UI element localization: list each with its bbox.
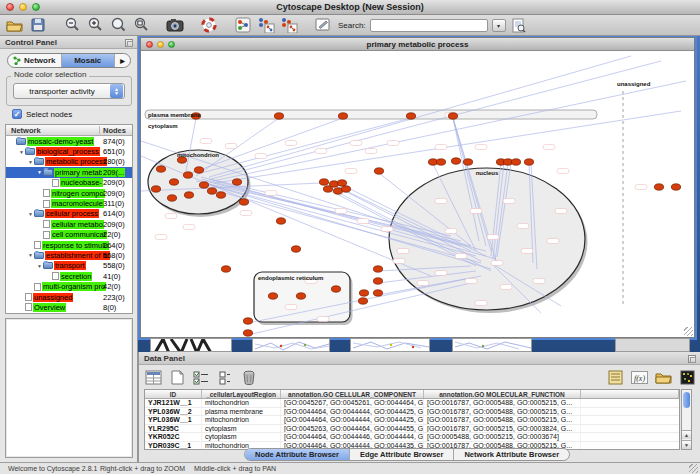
- attribute-grid-icon[interactable]: [143, 368, 163, 387]
- scrollbar-thumb[interactable]: [683, 392, 690, 408]
- table-cell[interactable]: [GO:0044464, GO:0044444, GO:0044425, G..…: [281, 416, 424, 424]
- background-window-partial[interactable]: [615, 338, 690, 352]
- expand-arrow-icon[interactable]: ▼: [27, 252, 34, 258]
- network-node[interactable]: [406, 113, 415, 119]
- zoom-view-button[interactable]: [168, 41, 175, 48]
- tree-row-label[interactable]: cellular metabo: [51, 220, 104, 229]
- column-divider[interactable]: [99, 126, 100, 134]
- function-builder-icon[interactable]: f(x): [629, 368, 649, 387]
- network-node[interactable]: [358, 298, 367, 304]
- table-cell[interactable]: [GO:0016787, GO:0005215, GO:0003824, G..…: [424, 425, 581, 433]
- tree-row[interactable]: Overview8(0): [6, 302, 132, 312]
- birds-eye-overview-panel[interactable]: [5, 318, 133, 458]
- zoom-window-button[interactable]: [32, 3, 40, 11]
- zoom-fit-icon[interactable]: [131, 17, 150, 34]
- network-node[interactable]: [276, 218, 285, 224]
- search-input[interactable]: [370, 19, 488, 32]
- network-node[interactable]: [323, 186, 332, 192]
- table-cell[interactable]: YDR039C__1: [145, 442, 202, 450]
- window-resize-grip[interactable]: [684, 327, 693, 336]
- table-cell[interactable]: mitochondrion: [202, 399, 281, 407]
- table-row[interactable]: YPL036W__1mitochondrion[GO:0044464, GO:0…: [145, 416, 679, 425]
- background-window-partial[interactable]: [252, 338, 330, 352]
- network-node[interactable]: [184, 192, 193, 198]
- tree-row[interactable]: macromolecule311(0): [6, 198, 132, 208]
- table-cell[interactable]: [GO:0044464, GO:0044444, GO:0044425, G..…: [281, 408, 424, 416]
- close-view-button[interactable]: [146, 41, 153, 48]
- more-tabs-arrow[interactable]: ▶: [115, 54, 130, 67]
- zoom-selected-icon[interactable]: [108, 17, 127, 34]
- tab-mosaic[interactable]: Mosaic: [62, 54, 116, 67]
- background-window-partial[interactable]: [150, 338, 232, 352]
- search-options-dropdown[interactable]: ▾: [492, 19, 506, 32]
- network-node[interactable]: [169, 179, 178, 185]
- column-header[interactable]: _cellularLayoutRegion: [202, 390, 281, 398]
- tree-row[interactable]: ▼metabolic process280(0): [6, 157, 132, 167]
- new-network-from-selected-nodes-icon[interactable]: [256, 17, 275, 34]
- network-node[interactable]: [451, 158, 460, 164]
- tree-row[interactable]: ▼primary metabo209(...: [6, 167, 132, 177]
- tree-column-nodes[interactable]: Nodes: [103, 125, 126, 136]
- tree-row-label[interactable]: primary metabo: [54, 168, 108, 177]
- tree-row[interactable]: mosaic-demo-yeast874(0): [6, 136, 132, 146]
- network-edge[interactable]: [213, 81, 686, 181]
- tab-node-attribute-browser[interactable]: Node Attribute Browser: [245, 449, 350, 460]
- tree-row[interactable]: multi-organism pro42(0): [6, 281, 132, 291]
- network-node[interactable]: [274, 113, 283, 119]
- save-icon[interactable]: [28, 17, 47, 34]
- network-node[interactable]: [167, 195, 176, 201]
- table-cell[interactable]: [GO:0044464, GO:0044446, GO:0044444, G..…: [281, 433, 424, 441]
- network-view-window[interactable]: primary metabolic process plasma membran…: [140, 37, 695, 338]
- new-network-from-selected-edges-icon[interactable]: [279, 17, 298, 34]
- network-node[interactable]: [374, 168, 383, 174]
- attribute-editor-icon[interactable]: [605, 368, 625, 387]
- expand-arrow-icon[interactable]: ▼: [27, 211, 34, 217]
- network-node[interactable]: [341, 186, 350, 192]
- tree-row-label[interactable]: establishment of lo: [45, 251, 110, 260]
- table-cell[interactable]: [GO:0005488, GO:0005215, GO:0003674]: [424, 433, 581, 441]
- background-window-partial[interactable]: [452, 338, 532, 352]
- network-node[interactable]: [216, 192, 225, 198]
- tree-row-label[interactable]: multi-organism pro: [42, 282, 106, 291]
- tree-row-label[interactable]: nitrogen compo: [51, 189, 105, 198]
- tree-row-label[interactable]: biological_process: [36, 147, 100, 156]
- table-cell[interactable]: [GO:0045263, GO:0044464, GO:0044455, G..…: [281, 425, 424, 433]
- table-cell[interactable]: plasma membrane: [202, 408, 281, 416]
- select-attributes-icon[interactable]: [191, 368, 211, 387]
- network-node[interactable]: [243, 330, 252, 336]
- network-node[interactable]: [359, 290, 368, 296]
- table-cell[interactable]: mitochondrion: [202, 416, 281, 424]
- network-node[interactable]: [221, 266, 230, 272]
- open-icon[interactable]: [5, 17, 24, 34]
- table-cell[interactable]: [GO:0045267, GO:0045261, GO:0044464, G..…: [281, 399, 424, 407]
- tree-row-label[interactable]: nucleobase-: [60, 178, 103, 187]
- help-lifesaver-icon[interactable]: [199, 17, 218, 34]
- network-node[interactable]: [207, 188, 216, 194]
- table-cell[interactable]: YPL036W__2: [145, 408, 202, 416]
- network-node[interactable]: [194, 167, 203, 173]
- node-color-dropdown[interactable]: transporter activity ▲▼: [13, 83, 125, 99]
- tree-row[interactable]: ▼cellular process614(0): [6, 209, 132, 219]
- tree-row[interactable]: secretion41(0): [6, 271, 132, 281]
- network-tree-header[interactable]: Network Nodes: [6, 125, 132, 136]
- table-cell[interactable]: [GO:0016787, GO:0005488, GO:0005215, G..…: [424, 416, 581, 424]
- tree-row[interactable]: response to stimulu264(0): [6, 240, 132, 250]
- tree-row[interactable]: cell communicat22(0): [6, 230, 132, 240]
- column-header[interactable]: ID: [145, 390, 202, 398]
- tab-edge-attribute-browser[interactable]: Edge Attribute Browser: [350, 449, 454, 460]
- tab-network-attribute-browser[interactable]: Network Attribute Browser: [454, 449, 569, 460]
- table-cell[interactable]: YKR052C: [145, 433, 202, 441]
- network-window-titlebar[interactable]: primary metabolic process: [141, 38, 694, 51]
- network-node[interactable]: [511, 159, 520, 165]
- network-node[interactable]: [671, 184, 680, 190]
- tree-row[interactable]: unassigned223(0): [6, 292, 132, 302]
- tree-row-label[interactable]: cell communicat: [51, 230, 107, 239]
- network-node[interactable]: [338, 113, 347, 119]
- network-node[interactable]: [373, 290, 382, 296]
- tree-row-label[interactable]: metabolic process: [45, 157, 107, 166]
- new-attribute-icon[interactable]: [167, 368, 187, 387]
- zoom-in-icon[interactable]: [85, 17, 104, 34]
- table-row[interactable]: YKR052Ccytoplasm[GO:0044464, GO:0044446,…: [145, 433, 679, 442]
- network-node[interactable]: [436, 159, 445, 165]
- network-node[interactable]: [331, 286, 340, 292]
